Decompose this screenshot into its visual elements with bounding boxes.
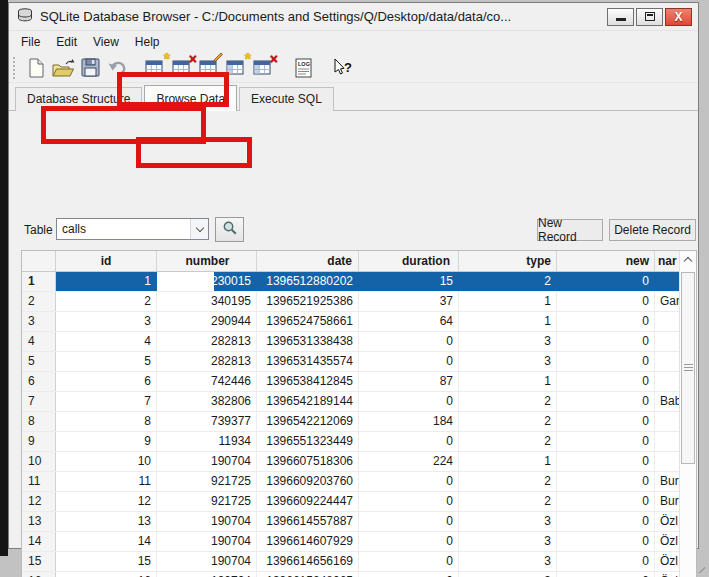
cell-id[interactable]: 1: [56, 272, 157, 291]
row-number-gutter-header[interactable]: [22, 251, 56, 271]
cell-nar[interactable]: Bab: [655, 392, 681, 411]
cell-number[interactable]: 382806: [157, 392, 257, 411]
table-row[interactable]: 1010190704139660751830622410: [22, 452, 681, 472]
cell-duration[interactable]: 0: [359, 352, 459, 371]
revert-changes-icon[interactable]: [104, 55, 131, 81]
minimize-button[interactable]: [607, 8, 634, 26]
cell-new[interactable]: 0: [557, 512, 655, 531]
cell-number[interactable]: 921725: [157, 472, 257, 491]
cell-new[interactable]: 0: [557, 572, 655, 577]
cell-id[interactable]: 10: [56, 452, 157, 471]
table-row[interactable]: 13131907041396614557887030Özl: [22, 512, 681, 532]
cell-type[interactable]: 2: [459, 412, 557, 431]
cell-date[interactable]: 1396607518306: [257, 452, 359, 471]
cell-nar[interactable]: [655, 412, 681, 431]
cell-new[interactable]: 0: [557, 312, 655, 331]
cell-type[interactable]: 3: [459, 512, 557, 531]
cell-date[interactable]: 1396542189144: [257, 392, 359, 411]
table-row[interactable]: 552828131396531435574030: [22, 352, 681, 372]
row-number[interactable]: 15: [22, 552, 56, 571]
cell-new[interactable]: 0: [557, 392, 655, 411]
cell-type[interactable]: 3: [459, 332, 557, 351]
cell-type[interactable]: 3: [459, 532, 557, 551]
new-record-button[interactable]: New Record: [537, 219, 603, 241]
vertical-scroll-thumb[interactable]: [681, 272, 695, 464]
table-row[interactable]: 16161907041396615248065030Özl: [22, 572, 681, 577]
row-number[interactable]: 11: [22, 472, 56, 491]
close-button[interactable]: X: [665, 8, 692, 26]
menu-item-view[interactable]: View: [85, 32, 127, 52]
row-number[interactable]: 2: [22, 292, 56, 311]
row-number[interactable]: 14: [22, 532, 56, 551]
cell-id[interactable]: 14: [56, 532, 157, 551]
cell-nar[interactable]: Özl: [655, 532, 681, 551]
cell-id[interactable]: 15: [56, 552, 157, 571]
cell-date[interactable]: 1396512880202: [257, 272, 359, 291]
cell-new[interactable]: 0: [557, 352, 655, 371]
cell-number[interactable]: 190704: [157, 532, 257, 551]
cell-date[interactable]: 1396614557887: [257, 512, 359, 531]
cell-duration[interactable]: 184: [359, 412, 459, 431]
cell-nar[interactable]: Bur: [655, 492, 681, 511]
delete-table-icon[interactable]: ×: [168, 55, 195, 81]
cell-nar[interactable]: [655, 452, 681, 471]
cell-nar[interactable]: Gar: [655, 292, 681, 311]
table-row[interactable]: 88739377139654221206918420: [22, 412, 681, 432]
cell-duration[interactable]: 224: [359, 452, 459, 471]
cell-new[interactable]: 0: [557, 552, 655, 571]
table-row[interactable]: 12129217251396609224447020Bur: [22, 492, 681, 512]
cell-type[interactable]: 1: [459, 452, 557, 471]
column-header-nar[interactable]: nar: [655, 251, 681, 271]
cell-id[interactable]: 16: [56, 572, 157, 577]
cell-number[interactable]: 340195: [157, 292, 257, 311]
cell-nar[interactable]: [655, 332, 681, 351]
cell-new[interactable]: 0: [557, 272, 655, 291]
cell-date[interactable]: 1396609224447: [257, 492, 359, 511]
dropdown-button[interactable]: [190, 219, 208, 239]
create-table-icon[interactable]: *: [141, 55, 168, 81]
row-number[interactable]: 6: [22, 372, 56, 391]
cell-nar[interactable]: Özl: [655, 512, 681, 531]
delete-record-button[interactable]: Delete Record: [609, 219, 696, 241]
cell-type[interactable]: 3: [459, 352, 557, 371]
cell-new[interactable]: 0: [557, 292, 655, 311]
cell-id[interactable]: 3: [56, 312, 157, 331]
cell-id[interactable]: 4: [56, 332, 157, 351]
table-row[interactable]: 442828131396531338438030: [22, 332, 681, 352]
cell-number[interactable]: 190704: [157, 452, 257, 471]
cell-type[interactable]: 2: [459, 392, 557, 411]
column-header-type[interactable]: type: [459, 251, 557, 271]
vertical-scrollbar[interactable]: [679, 251, 696, 577]
cell-nar[interactable]: [655, 352, 681, 371]
delete-index-icon[interactable]: ×: [249, 55, 276, 81]
cell-id[interactable]: 11: [56, 472, 157, 491]
new-database-icon[interactable]: [23, 55, 50, 81]
row-number[interactable]: 12: [22, 492, 56, 511]
cell-type[interactable]: 2: [459, 492, 557, 511]
table-row[interactable]: 99119341396551323449020: [22, 432, 681, 452]
cell-nar[interactable]: Bur: [655, 472, 681, 491]
cell-new[interactable]: 0: [557, 492, 655, 511]
cell-date[interactable]: 1396538412845: [257, 372, 359, 391]
cell-number[interactable]: 282813: [157, 332, 257, 351]
cell-duration[interactable]: 37: [359, 292, 459, 311]
cell-date[interactable]: 1396531435574: [257, 352, 359, 371]
cell-type[interactable]: 1: [459, 372, 557, 391]
table-row[interactable]: 15151907041396614656169030Özl: [22, 552, 681, 572]
cell-nar[interactable]: [655, 432, 681, 451]
cell-date[interactable]: 1396614607929: [257, 532, 359, 551]
row-number[interactable]: 9: [22, 432, 56, 451]
cell-duration[interactable]: 0: [359, 552, 459, 571]
cell-date[interactable]: 1396521925386: [257, 292, 359, 311]
cell-duration[interactable]: 0: [359, 472, 459, 491]
cell-id[interactable]: 13: [56, 512, 157, 531]
cell-new[interactable]: 0: [557, 372, 655, 391]
whats-this-icon[interactable]: ?: [329, 55, 356, 81]
cell-date[interactable]: 1396524758661: [257, 312, 359, 331]
open-database-icon[interactable]: [50, 55, 77, 81]
table-row[interactable]: 14141907041396614607929030Özl: [22, 532, 681, 552]
cell-type[interactable]: 2: [459, 432, 557, 451]
cell-new[interactable]: 0: [557, 332, 655, 351]
cell-number[interactable]: 190704: [157, 512, 257, 531]
cell-id[interactable]: 9: [56, 432, 157, 451]
